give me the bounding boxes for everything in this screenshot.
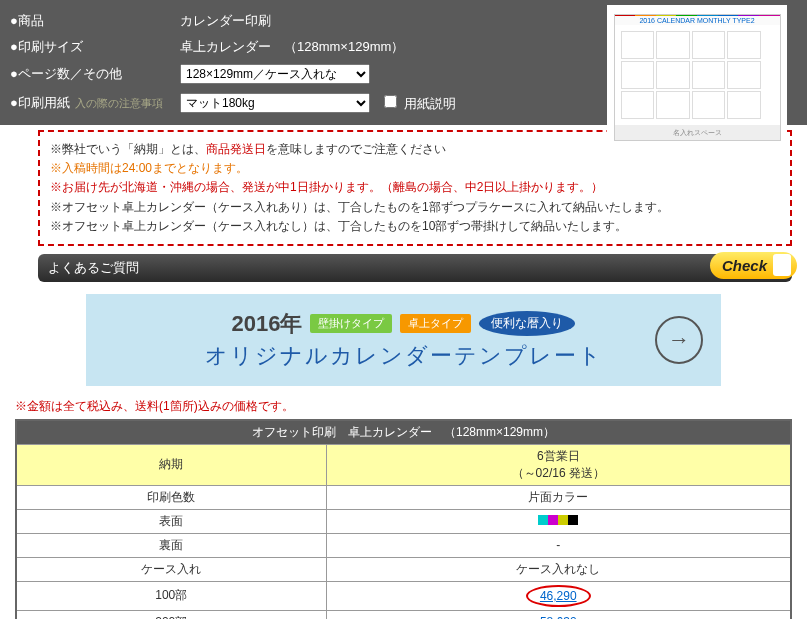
faq-bar[interactable]: よくあるご質問 Check	[38, 254, 792, 282]
price-100[interactable]: 46,290	[326, 581, 791, 610]
arrow-icon: →	[655, 316, 703, 364]
pages-select[interactable]: 128×129mm／ケース入れな	[180, 64, 370, 84]
price-200[interactable]: 58,630	[326, 610, 791, 619]
cal-footer: 名入れスペース	[615, 125, 780, 140]
pages-label: ●ページ数／その他	[10, 65, 180, 83]
banner-tag-koyomi: 便利な暦入り	[479, 311, 575, 336]
price-note: ※金額は全て税込み、送料(1箇所)込みの価格です。	[15, 398, 792, 415]
banner-year: 2016年	[232, 309, 303, 339]
size-label: ●印刷サイズ	[10, 38, 180, 56]
paper-hint: 入の際の注意事項	[75, 97, 163, 109]
banner-tag-desk: 卓上タイプ	[400, 314, 471, 333]
product-value: カレンダー印刷	[180, 12, 271, 30]
product-image: 2016 CALENDAR MONTHLY TYPE2 名入れスペース	[607, 5, 787, 150]
banner-tag-wall: 壁掛けタイプ	[310, 314, 392, 333]
paper-select[interactable]: マット180kg	[180, 93, 370, 113]
checkbox-input[interactable]	[384, 95, 397, 108]
delivery-value: 6営業日（～02/16 発送）	[326, 444, 791, 485]
paper-label: ●印刷用紙	[10, 95, 70, 110]
template-banner[interactable]: 2016年 壁掛けタイプ 卓上タイプ 便利な暦入り オリジナルカレンダーテンプレ…	[86, 294, 721, 386]
banner-main: オリジナルカレンダーテンプレート	[205, 341, 603, 371]
paper-desc-checkbox[interactable]: 用紙説明	[380, 92, 456, 113]
size-value: 卓上カレンダー （128mm×129mm）	[180, 38, 404, 56]
table-header: オフセット印刷 卓上カレンダー （128mm×129mm）	[16, 420, 791, 445]
product-label: ●商品	[10, 12, 180, 30]
check-badge[interactable]: Check	[710, 252, 797, 279]
cal-title: 2016 CALENDAR MONTHLY TYPE2	[615, 16, 780, 25]
price-table: オフセット印刷 卓上カレンダー （128mm×129mm） 納期 6営業日（～0…	[15, 419, 792, 619]
cmyk-swatch	[326, 509, 791, 533]
delivery-label: 納期	[16, 444, 326, 485]
faq-title: よくあるご質問	[48, 260, 139, 275]
